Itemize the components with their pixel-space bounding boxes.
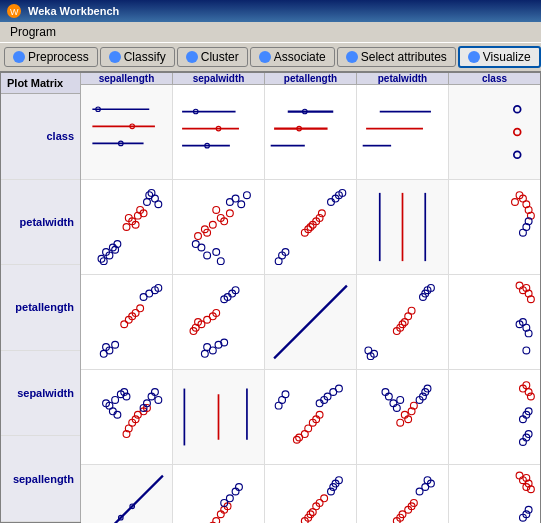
svg-point-133 [527, 296, 534, 303]
col-header-petallength: petallength [265, 73, 357, 84]
tab-visualize[interactable]: Visualize [458, 46, 541, 68]
svg-point-47 [217, 258, 224, 265]
menu-item-program[interactable]: Program [4, 23, 62, 41]
row-label-sepalwidth: sepalwidth [1, 351, 80, 437]
tab-associate-label: Associate [274, 50, 326, 64]
svg-point-60 [226, 199, 233, 206]
title-bar: W Weka Workbench [0, 0, 541, 22]
cluster-icon [186, 51, 198, 63]
svg-point-164 [275, 402, 282, 409]
svg-point-159 [155, 397, 162, 404]
svg-point-177 [316, 400, 323, 407]
cell-2-0[interactable] [81, 275, 173, 369]
cell-1-4[interactable] [449, 180, 540, 274]
cell-1-0[interactable] [81, 180, 173, 274]
svg-point-186 [410, 402, 417, 409]
cell-0-0[interactable] [81, 85, 173, 179]
cell-3-0[interactable] [81, 370, 173, 464]
svg-point-187 [397, 419, 404, 426]
cell-2-4[interactable] [449, 275, 540, 369]
tab-cluster[interactable]: Cluster [177, 47, 248, 67]
svg-point-124 [408, 307, 415, 314]
visualize-icon [468, 51, 480, 63]
svg-point-49 [209, 221, 216, 228]
svg-point-147 [114, 411, 121, 418]
row-label-class: class [1, 94, 80, 180]
grid-row-2 [81, 275, 540, 370]
svg-point-58 [238, 201, 245, 208]
svg-point-93 [121, 321, 128, 328]
cell-3-4[interactable] [449, 370, 540, 464]
grid-row-1 [81, 180, 540, 275]
preprocess-icon [13, 51, 25, 63]
svg-point-156 [144, 400, 151, 407]
select-attributes-icon [346, 51, 358, 63]
svg-point-48 [192, 241, 199, 248]
weka-icon: W [6, 3, 22, 19]
grid-rows [81, 85, 540, 523]
cell-3-3[interactable] [357, 370, 449, 464]
cell-4-2[interactable] [265, 465, 357, 523]
svg-point-137 [525, 330, 532, 337]
cell-0-4[interactable] [449, 85, 540, 179]
cell-3-2[interactable] [265, 370, 357, 464]
tab-select-attributes-label: Select attributes [361, 50, 447, 64]
svg-text:W: W [10, 7, 19, 17]
main-content: Plot Matrix class petalwidth petallength… [0, 72, 541, 523]
cell-1-3[interactable] [357, 180, 449, 274]
left-label-rows: class petalwidth petallength sepalwidth … [1, 94, 80, 522]
svg-point-179 [390, 400, 397, 407]
cell-3-1[interactable] [173, 370, 265, 464]
svg-point-44 [204, 252, 211, 259]
cell-1-2[interactable] [265, 180, 357, 274]
plot-area: sepallength sepalwidth petallength petal… [81, 73, 540, 522]
svg-point-200 [520, 439, 527, 446]
svg-point-30 [114, 241, 121, 248]
tab-preprocess[interactable]: Preprocess [4, 47, 98, 67]
svg-point-104 [201, 350, 208, 357]
plot-matrix-title: Plot Matrix [1, 73, 80, 94]
tab-classify[interactable]: Classify [100, 47, 175, 67]
svg-point-119 [365, 347, 372, 354]
svg-point-165 [282, 391, 289, 398]
svg-point-24 [514, 151, 521, 158]
svg-point-154 [123, 431, 130, 438]
cell-0-2[interactable] [265, 85, 357, 179]
associate-icon [259, 51, 271, 63]
cell-2-1[interactable] [173, 275, 265, 369]
svg-point-134 [516, 282, 523, 289]
cell-1-1[interactable] [173, 180, 265, 274]
tab-visualize-label: Visualize [483, 50, 531, 64]
row-label-petallength: petallength [1, 265, 80, 351]
svg-point-45 [213, 249, 220, 256]
col-headers: sepallength sepalwidth petallength petal… [81, 73, 540, 85]
grid-row-4 [81, 465, 540, 523]
svg-point-178 [385, 393, 392, 400]
grid-row-0 [81, 85, 540, 180]
svg-point-52 [226, 210, 233, 217]
svg-line-202 [90, 476, 163, 523]
cell-4-1[interactable] [173, 465, 265, 523]
cell-0-1[interactable] [173, 85, 265, 179]
cell-2-2[interactable] [265, 275, 357, 369]
col-header-sepallength: sepallength [81, 73, 173, 84]
svg-point-140 [112, 397, 119, 404]
tab-select-attributes[interactable]: Select attributes [337, 47, 456, 67]
svg-point-253 [516, 472, 523, 479]
svg-point-247 [416, 488, 423, 495]
row-label-petalwidth: petalwidth [1, 180, 80, 266]
svg-point-102 [204, 344, 211, 351]
cell-0-3[interactable] [357, 85, 449, 179]
cell-2-3[interactable] [357, 275, 449, 369]
svg-point-220 [236, 484, 243, 491]
cell-4-3[interactable] [357, 465, 449, 523]
tab-classify-label: Classify [124, 50, 166, 64]
cell-4-4[interactable] [449, 465, 540, 523]
svg-point-181 [393, 404, 400, 411]
toolbar: Preprocess Classify Cluster Associate Se… [0, 42, 541, 72]
tab-associate[interactable]: Associate [250, 47, 335, 67]
classify-icon [109, 51, 121, 63]
col-header-class: class [449, 73, 540, 84]
cell-4-0[interactable] [81, 465, 173, 523]
svg-point-176 [336, 385, 343, 392]
